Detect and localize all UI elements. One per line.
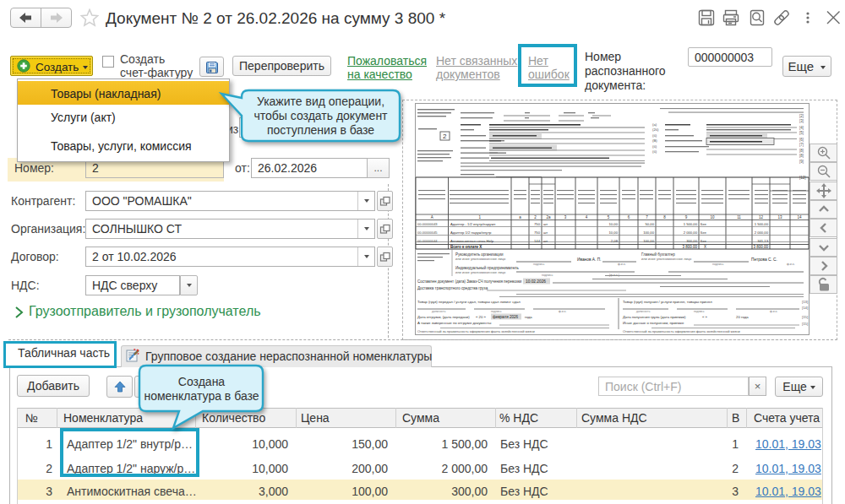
svg-text:[2]: [2] xyxy=(799,114,804,118)
svg-text:00-00000045: 00-00000045 xyxy=(417,230,438,235)
svg-text:00-00000043: 00-00000043 xyxy=(417,222,438,226)
svg-text:(б): (б) xyxy=(652,149,657,154)
svg-text:10.02.2026: 10.02.2026 xyxy=(526,279,546,284)
svg-text:Дата получения груза (дата при: Дата получения груза (дата приемки) xyxy=(623,315,686,319)
svg-text:[4]: [4] xyxy=(799,126,804,130)
svg-text:(б): (б) xyxy=(652,144,657,149)
svg-text:ф.и.о.: ф.и.о. xyxy=(559,310,566,313)
svg-text:750: 750 xyxy=(534,222,541,226)
svg-text:Антимоскитная сетка Help: Антимоскитная сетка Help xyxy=(450,239,494,243)
svg-text:ф.и.о.: ф.и.о. xyxy=(618,263,626,266)
svg-text:[9]: [9] xyxy=(799,160,804,164)
svg-text:Адаптер 1/2 наруж/внутр: Адаптер 1/2 наруж/внутр xyxy=(450,230,492,235)
svg-text:должность: должность xyxy=(432,310,446,313)
svg-text:(а): (а) xyxy=(652,122,657,127)
svg-text:144: 144 xyxy=(534,239,541,243)
svg-text:или иное уполномоченное лицо: или иное уполномоченное лицо xyxy=(455,257,506,261)
svg-text:года: года xyxy=(525,315,532,319)
svg-text:февраля 2026: февраля 2026 xyxy=(493,315,518,319)
svg-text:2,08: 2,08 xyxy=(611,239,619,243)
svg-text:[8]: [8] xyxy=(799,149,804,153)
svg-text:Иные данные о получении, прием: Иные данные о получении, приемке xyxy=(623,321,684,325)
svg-text:шт: шт xyxy=(543,230,548,235)
svg-text:341,13: 341,13 xyxy=(757,239,768,243)
svg-text:12: 12 xyxy=(759,215,764,219)
svg-text:300,00: 300,00 xyxy=(686,239,697,243)
svg-text:Ответственный за правильность: Ответственный за правильность оформления… xyxy=(623,329,740,333)
svg-text:Дата отгрузки, (дата передачи): Дата отгрузки, (дата передачи) xyxy=(417,315,470,319)
svg-text:подпись: подпись xyxy=(694,310,705,313)
svg-text:14: 14 xyxy=(797,215,802,219)
svg-text:10,00: 10,00 xyxy=(609,222,619,226)
svg-text:Всего к оплате Х: Всего к оплате Х xyxy=(450,245,482,249)
svg-text:[15]: [15] xyxy=(802,322,808,326)
svg-text:А также заверенные по отгрузке: А также заверенные по отгрузке документы xyxy=(417,321,491,325)
svg-text:[3]: [3] xyxy=(799,119,804,123)
svg-text:Петрова С. С.: Петрова С. С. xyxy=(751,257,777,262)
svg-text:[15]: [15] xyxy=(802,315,808,319)
svg-text:50,00: 50,00 xyxy=(646,222,655,226)
svg-text:100,00: 100,00 xyxy=(643,230,654,235)
svg-text:шт: шт xyxy=(543,222,548,226)
svg-text:2 000,00: 2 000,00 xyxy=(684,230,698,235)
svg-text:10: 10 xyxy=(710,215,715,219)
svg-text:[14]: [14] xyxy=(802,306,808,310)
svg-text:подпись: подпись xyxy=(533,263,544,266)
svg-text:или иное уполномоченное лицо: или иное уполномоченное лицо xyxy=(455,270,506,274)
svg-text:2а: 2а xyxy=(546,215,551,219)
svg-text:Ответственный за правильность: Ответственный за правильность оформления… xyxy=(417,329,535,333)
svg-text:подпись: подпись xyxy=(712,263,723,266)
svg-text:подпись: подпись xyxy=(542,274,553,277)
svg-text:[7]: [7] xyxy=(799,143,804,147)
svg-text:2 000,00: 2 000,00 xyxy=(755,230,769,235)
svg-text:[5]: [5] xyxy=(799,131,804,135)
svg-text:3 800,00: 3 800,00 xyxy=(682,245,697,249)
svg-text:Х: Х xyxy=(704,245,706,249)
svg-text:(В): (В) xyxy=(652,138,657,143)
svg-text:20 года: 20 года xyxy=(736,315,749,319)
svg-text:Иванов А. П.: Иванов А. П. xyxy=(577,257,601,262)
svg-text:1 500,00: 1 500,00 xyxy=(755,222,769,226)
svg-text:шт: шт xyxy=(543,239,548,243)
svg-text:должность: должность xyxy=(636,310,651,313)
svg-text:или иное уполномоченное лицо: или иное уполномоченное лицо xyxy=(641,257,692,261)
svg-text:А: А xyxy=(431,215,433,219)
svg-text:« »: « » xyxy=(702,315,708,319)
svg-text:(2б): (2б) xyxy=(652,127,659,132)
svg-text:[6]: [6] xyxy=(799,138,804,142)
svg-text:[13]: [13] xyxy=(802,300,808,304)
svg-text:2: 2 xyxy=(443,133,447,140)
svg-text:Без: Без xyxy=(701,222,706,226)
svg-text:[8]: [8] xyxy=(799,154,804,158)
svg-text:Товар (груз) получил / услуги: Товар (груз) получил / услуги принял, то… xyxy=(623,300,712,304)
svg-text:750: 750 xyxy=(534,230,541,235)
svg-text:ф.и.о.: ф.и.о. xyxy=(787,263,795,266)
svg-text:подпись: подпись xyxy=(491,310,502,313)
svg-text:Адаптер - 1/2 внутр/наружн: Адаптер - 1/2 внутр/наружн xyxy=(450,222,496,226)
svg-text:1 500,00: 1 500,00 xyxy=(684,222,698,226)
svg-text:Без: Без xyxy=(701,230,706,235)
svg-text:13: 13 xyxy=(777,215,782,219)
svg-text:10,00: 10,00 xyxy=(609,230,619,235)
svg-text:« 20 »: « 20 » xyxy=(476,315,487,319)
svg-text:100,00: 100,00 xyxy=(643,239,654,243)
svg-text:00-00000044: 00-00000044 xyxy=(417,239,438,243)
svg-text:(б): (б) xyxy=(652,133,657,138)
svg-text:Товар (груз) передал / услуги: Товар (груз) передал / услуги сдал, това… xyxy=(417,300,521,304)
svg-text:11: 11 xyxy=(737,215,741,219)
svg-text:ф.и.о.: ф.и.о. xyxy=(770,310,777,313)
svg-text:Составлен документ (дата) Зака: Составлен документ (дата) Заказ-СЧ получ… xyxy=(417,279,522,284)
svg-text:Доставка транспортного средств: Доставка транспортного средства груза xyxy=(417,286,488,290)
svg-text:3 800,00: 3 800,00 xyxy=(753,245,768,249)
svg-text:Без: Без xyxy=(701,239,706,243)
